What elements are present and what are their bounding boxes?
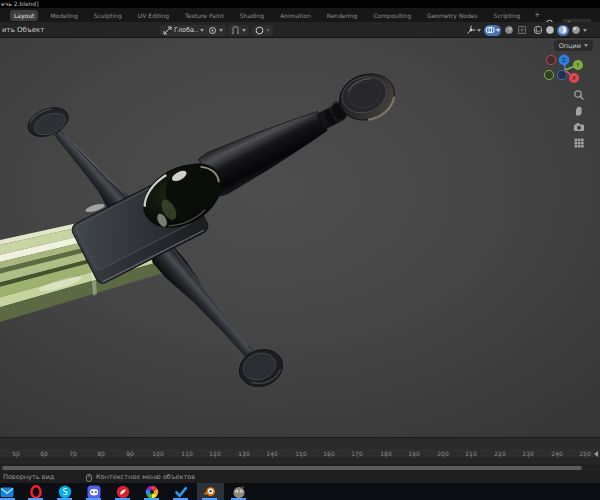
- tab-sculpting[interactable]: Sculpting: [90, 10, 126, 21]
- gizmo-neg-z-ball[interactable]: [557, 70, 566, 79]
- viewport-options-dropdown[interactable]: Опции: [554, 40, 593, 51]
- navigation-gizmo[interactable]: Z Y X: [543, 52, 591, 94]
- window-title: ечь 2.blend]: [1, 0, 39, 8]
- tab-layout[interactable]: Layout: [10, 10, 38, 21]
- gizmo-z-label: Z: [562, 57, 566, 63]
- discord-app-icon[interactable]: [87, 485, 101, 499]
- window-titlebar: ечь 2.blend]: [0, 0, 600, 8]
- menu-object[interactable]: Объект: [17, 26, 44, 34]
- transform-orientation-dropdown[interactable]: Глоба..: [160, 25, 207, 36]
- chevron-down-icon: [219, 29, 223, 32]
- chevron-down-icon: [477, 29, 481, 32]
- tab-rendering[interactable]: Rendering: [323, 10, 362, 21]
- color-wheel-app-icon[interactable]: [145, 485, 159, 499]
- status-hint-rotate-view: Повернуть вид: [3, 473, 54, 481]
- zoom-view-icon[interactable]: [573, 89, 585, 101]
- topbar: Layout Modeling Sculpting UV Editing Tex…: [0, 8, 600, 22]
- show-gizmo-toggle[interactable]: [466, 25, 481, 35]
- gizmo-icon: [466, 25, 476, 35]
- gizmo-z-ball[interactable]: Z: [559, 55, 570, 66]
- pan-view-hand-icon[interactable]: [573, 105, 585, 117]
- xray-toggle-icon[interactable]: [504, 25, 514, 35]
- proportional-editing-icon: [255, 26, 264, 35]
- svg-text:S: S: [62, 488, 67, 497]
- gizmo-x-ball[interactable]: X: [569, 73, 579, 83]
- windows-taskbar: S: [0, 483, 600, 500]
- gizmo-neg-y-ball[interactable]: [544, 70, 553, 79]
- chevron-down-icon: [266, 29, 270, 32]
- pivot-point-dropdown[interactable]: [205, 25, 226, 36]
- gizmo-y-label: Y: [575, 62, 580, 68]
- timeline-ruler[interactable]: 50 60 70 80 90 100 110 120 130 140 150 1…: [0, 449, 600, 459]
- show-overlays-toggle[interactable]: [484, 25, 501, 36]
- viewport-tool-column: [571, 89, 587, 149]
- pivot-icon: [208, 26, 217, 35]
- overlays-icon: [485, 25, 495, 35]
- tab-animation[interactable]: Animation: [276, 10, 315, 21]
- gizmo-x-label: X: [572, 75, 576, 81]
- orientation-icon: [163, 26, 172, 35]
- gizmo-neg-x-ball[interactable]: [546, 55, 555, 64]
- viewport-header: ить Объект Глоба..: [0, 22, 600, 38]
- shading-material-active[interactable]: [557, 25, 569, 36]
- chevron-down-icon: [583, 29, 587, 32]
- check-app-icon[interactable]: [174, 485, 188, 499]
- render-pass-icon[interactable]: [517, 25, 527, 35]
- blender-window: ечь 2.blend] Layout Modeling Sculpting U…: [0, 0, 600, 500]
- perspective-toggle-icon[interactable]: [573, 137, 585, 149]
- tab-geometry-nodes[interactable]: Geometry Nodes: [423, 10, 482, 21]
- magnet-icon: [231, 26, 240, 35]
- chevron-down-icon: [496, 29, 500, 32]
- horizontal-scrollbar[interactable]: [2, 466, 582, 470]
- shading-wireframe-icon[interactable]: [533, 25, 543, 35]
- gizmo-y-ball[interactable]: Y: [573, 60, 583, 70]
- status-bar: Повернуть вид Контекстное меню объектов: [0, 471, 600, 483]
- camera-view-icon[interactable]: [573, 121, 585, 133]
- ruler-scroll-arrow[interactable]: [594, 451, 598, 457]
- options-label: Опции: [559, 42, 581, 50]
- tab-scripting[interactable]: Scripting: [490, 10, 525, 21]
- skype-app-icon[interactable]: S: [58, 485, 72, 499]
- tab-compositing[interactable]: Compositing: [369, 10, 415, 21]
- tab-modeling[interactable]: Modeling: [46, 10, 81, 21]
- shading-rendered-icon[interactable]: [571, 25, 581, 35]
- shading-mode-group: [533, 25, 587, 36]
- timeline-scroll-track: [0, 464, 600, 471]
- tab-shading[interactable]: Shading: [236, 10, 268, 21]
- blender-app-icon[interactable]: [203, 485, 217, 499]
- opera-app-icon[interactable]: [29, 485, 43, 499]
- snap-controls[interactable]: [228, 25, 249, 36]
- mouse-icon: [86, 474, 92, 482]
- red-app-icon[interactable]: [116, 485, 130, 499]
- chevron-down-icon: [200, 29, 204, 32]
- tab-texture-paint[interactable]: Texture Paint: [181, 10, 228, 21]
- status-hint-context-menu: Контекстное меню объектов: [96, 473, 195, 481]
- shading-solid-icon[interactable]: [545, 25, 555, 35]
- 3d-viewport[interactable]: [0, 38, 600, 437]
- chevron-down-icon: [584, 44, 588, 47]
- chevron-down-icon: [242, 29, 246, 32]
- mail-app-icon[interactable]: [0, 485, 14, 499]
- shading-material-icon: [558, 25, 568, 35]
- add-workspace-button[interactable]: +: [532, 10, 542, 20]
- gimp-app-icon[interactable]: [232, 485, 246, 499]
- menu-add-cropped[interactable]: ить: [2, 26, 15, 34]
- proportional-editing-controls[interactable]: [252, 25, 273, 36]
- tab-uv-editing[interactable]: UV Editing: [134, 10, 173, 21]
- workspace-tabs: Layout Modeling Sculpting UV Editing Tex…: [0, 10, 542, 21]
- orientation-value: Глоба..: [174, 26, 198, 34]
- timeline-header: 1 Начало 1 Конец 250: [0, 437, 600, 449]
